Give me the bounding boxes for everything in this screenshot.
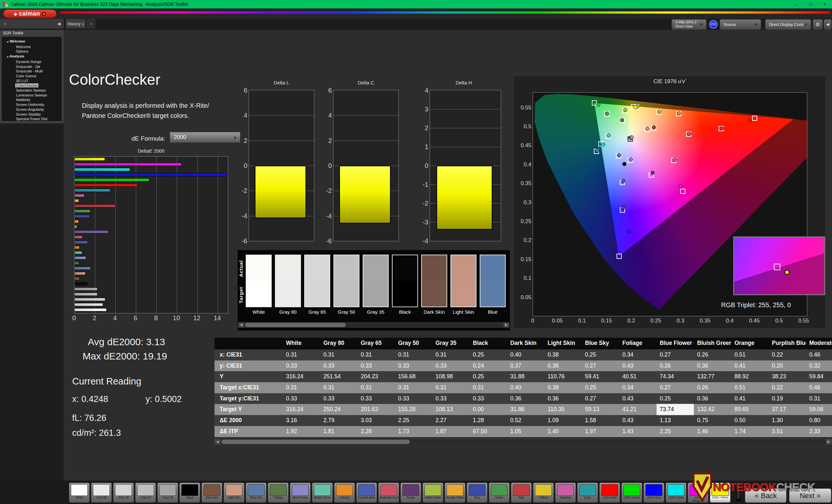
swatch-white[interactable] bbox=[246, 255, 272, 307]
palette-gray-35[interactable]: Gray 35 bbox=[157, 482, 178, 503]
palette-purplish-blue[interactable]: Purplish Blue bbox=[356, 482, 377, 503]
cell-orange[interactable]: 0.41 bbox=[731, 393, 769, 404]
cell-gray-65[interactable]: 201.63 bbox=[358, 404, 395, 415]
cell-bluish-green[interactable]: 0.26 bbox=[694, 382, 731, 393]
cell-dark-skin[interactable]: 0.40 bbox=[507, 382, 544, 393]
tab-history-1[interactable]: History 1 bbox=[66, 19, 86, 29]
scrollbar-thumb[interactable] bbox=[245, 323, 346, 327]
back-button[interactable]: « Back bbox=[745, 488, 786, 503]
sidebar-item-colorchecker[interactable]: ColorChecker bbox=[2, 83, 61, 88]
cell-orange[interactable]: 88.92 bbox=[731, 371, 769, 382]
palette-gray-80[interactable]: Gray 80 bbox=[91, 482, 112, 503]
device-icon[interactable] bbox=[735, 486, 742, 502]
palette-100-red[interactable]: 100% Red bbox=[599, 482, 620, 503]
palette-purple[interactable]: Purple bbox=[400, 482, 421, 503]
cell-blue-flower[interactable]: 73.74 bbox=[656, 404, 694, 415]
palette-cyan[interactable]: Cyan bbox=[577, 482, 598, 503]
cell-gray-50[interactable]: 0.31 bbox=[395, 349, 432, 361]
sidebar-item-additivity[interactable]: Additivity bbox=[2, 97, 61, 102]
palette-100-blue[interactable]: 100% Blue bbox=[644, 482, 664, 503]
cell-white[interactable]: 0.31 bbox=[283, 382, 320, 393]
cell-bluish-green[interactable]: 0.36 bbox=[694, 393, 731, 404]
cell-blue-sky[interactable]: 0.27 bbox=[582, 361, 619, 371]
swatch-blue[interactable] bbox=[480, 255, 506, 307]
next-button[interactable]: Next » bbox=[789, 488, 831, 503]
cell-purplish-blue[interactable]: 38.23 bbox=[769, 371, 806, 382]
palette-orange-yellow[interactable]: Orange Yellow bbox=[445, 482, 465, 503]
sidebar-group-analysis[interactable]: ◢Analysis bbox=[2, 54, 61, 59]
palette-orange[interactable]: Orange bbox=[334, 482, 355, 503]
sidebar-item-color-gamut[interactable]: Color Gamut bbox=[2, 74, 61, 79]
swatch-gray-35[interactable] bbox=[363, 255, 389, 307]
cell-light-skin[interactable]: 110.76 bbox=[544, 371, 582, 382]
swatch-gray-65[interactable] bbox=[304, 255, 330, 307]
palette-100-green[interactable]: 100% Green bbox=[621, 482, 642, 503]
cell-purplish-blue[interactable]: 1.30 bbox=[769, 415, 806, 426]
maximize-button[interactable]: □ bbox=[803, 0, 818, 8]
cell-black[interactable]: 0.33 bbox=[470, 393, 507, 404]
tree-expand-icon[interactable]: ◢ bbox=[6, 39, 8, 44]
cell-gray-65[interactable]: 3.03 bbox=[358, 415, 395, 426]
sidebar-item-screen-angularity[interactable]: Screen Angularity bbox=[2, 107, 61, 112]
cell-gray-80[interactable]: 0.33 bbox=[320, 361, 358, 371]
sidebar-item-grayscale-2pt[interactable]: Grayscale - 2pt bbox=[2, 64, 61, 69]
palette-red[interactable]: Red bbox=[511, 482, 532, 503]
cell-light-skin[interactable]: 0.36 bbox=[544, 361, 582, 371]
cell-blue-flower[interactable]: 0.27 bbox=[656, 349, 694, 361]
palette-bluish-green[interactable]: Bluish Green bbox=[312, 482, 333, 503]
cell-orange[interactable]: 0.50 bbox=[731, 415, 769, 426]
display-control-dropdown[interactable]: Direct Display Control ▼ bbox=[765, 19, 811, 30]
cell-white[interactable]: 1.92 bbox=[283, 426, 320, 437]
cell-dark-skin[interactable]: 0.40 bbox=[507, 349, 544, 361]
cell-bluish-green[interactable]: 132.42 bbox=[694, 404, 731, 415]
scroll-right-icon[interactable]: ▶ bbox=[503, 323, 509, 327]
palette-blue-sky[interactable]: Blue Sky bbox=[246, 482, 266, 503]
cell-dark-skin[interactable]: 0.37 bbox=[507, 361, 544, 371]
cell-gray-35[interactable]: 1.87 bbox=[432, 426, 470, 437]
cell-blue-sky[interactable]: 0.25 bbox=[582, 382, 619, 393]
cell-blue-flower[interactable]: 1.13 bbox=[656, 415, 694, 426]
cell-gray-65[interactable]: 0.33 bbox=[358, 361, 395, 371]
palette-100-magenta[interactable]: 100% Magenta bbox=[688, 482, 708, 503]
cell-white[interactable]: 0.33 bbox=[283, 361, 320, 371]
cell-foliage[interactable]: 0.43 bbox=[619, 393, 656, 404]
cell-gray-50[interactable]: 1.73 bbox=[395, 426, 432, 437]
cell-blue-sky[interactable]: 1.58 bbox=[582, 415, 619, 426]
cell-light-skin[interactable]: 0.38 bbox=[544, 349, 582, 361]
cell-orange[interactable]: 0.41 bbox=[731, 361, 769, 371]
cell-gray-35[interactable]: 108.13 bbox=[432, 404, 470, 415]
cell-gray-80[interactable]: 2.79 bbox=[320, 415, 358, 426]
cell-dark-skin[interactable]: 1.05 bbox=[507, 426, 544, 437]
cell-black[interactable]: 0.31 bbox=[470, 382, 507, 393]
cell-gray-80[interactable]: 250.24 bbox=[320, 404, 358, 415]
sidebar-group-welcome[interactable]: ◢Welcome bbox=[2, 39, 61, 45]
cell-black[interactable]: 0.25 bbox=[470, 371, 507, 382]
cell-gray-80[interactable]: 0.31 bbox=[320, 382, 358, 393]
cell-moderate-red[interactable]: 2.33 bbox=[806, 426, 832, 437]
cell-white[interactable]: 0.31 bbox=[283, 349, 320, 361]
cell-bluish-green[interactable]: 1.46 bbox=[694, 426, 731, 437]
palette-yellow[interactable]: Yellow bbox=[533, 482, 554, 503]
cell-gray-35[interactable]: 0.33 bbox=[432, 361, 470, 371]
cell-gray-50[interactable]: 0.33 bbox=[395, 393, 432, 404]
swatch-gray-80[interactable] bbox=[275, 255, 301, 307]
minimize-button[interactable]: – bbox=[789, 0, 803, 8]
cell-white[interactable]: 316.24 bbox=[283, 371, 320, 382]
sidebar-item-welcome[interactable]: Welcome bbox=[2, 45, 61, 49]
de-formula-select[interactable]: 2000 ▼ bbox=[170, 132, 240, 143]
sidebar-item-luminance-sweeps[interactable]: Luminance Sweeps bbox=[2, 93, 61, 98]
sidebar-item-dynamic-range[interactable]: Dynamic Range bbox=[2, 59, 61, 64]
toolbar-collapse-button[interactable]: ◀ bbox=[824, 19, 832, 30]
cell-moderate-red[interactable]: 0.46 bbox=[806, 382, 832, 393]
palette-blue[interactable]: Blue bbox=[467, 482, 488, 503]
cell-foliage[interactable]: 1.43 bbox=[619, 426, 656, 437]
swatch-black[interactable] bbox=[392, 255, 418, 307]
cell-blue-flower[interactable]: 2.25 bbox=[656, 426, 694, 437]
cell-orange[interactable]: 0.51 bbox=[731, 349, 769, 361]
palette-100-cyan[interactable]: 100% Cyan bbox=[666, 482, 686, 503]
cell-moderate-red[interactable]: 0.31 bbox=[806, 393, 832, 404]
cell-black[interactable]: 0.24 bbox=[470, 361, 507, 371]
cell-light-skin[interactable]: 1.09 bbox=[544, 415, 582, 426]
scroll-left-icon[interactable]: ◀ bbox=[238, 323, 244, 327]
cell-foliage[interactable]: 0.34 bbox=[619, 349, 656, 361]
